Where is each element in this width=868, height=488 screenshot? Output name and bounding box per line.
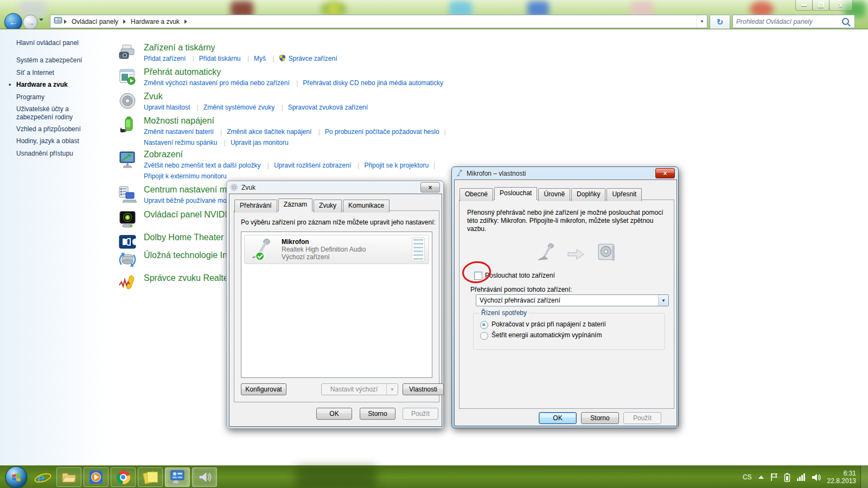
restore-button[interactable]	[812, 0, 829, 11]
address-bar[interactable]: Ovládací panely Hardware a zvuk ▼	[50, 15, 707, 28]
tab-playback[interactable]: Přehrávání	[234, 200, 277, 213]
sound-dialog-titlebar[interactable]: Zvuk	[229, 181, 441, 194]
link-change-battery-settings[interactable]: Změnit nastavení baterií	[144, 128, 214, 136]
sidebar-item-user-accounts[interactable]: Uživatelské účty a zabezpečení rodiny	[16, 105, 100, 121]
link-change-default-media[interactable]: Změnit výchozí nastavení pro média nebo …	[144, 79, 290, 87]
link-change-system-sounds[interactable]: Změnit systémové zvuky	[192, 104, 275, 111]
link-add-device[interactable]: Přidat zařízení	[144, 55, 186, 62]
taskbar-internet-explorer[interactable]: e	[29, 467, 54, 487]
sidebar-item-home[interactable]: Hlavní ovládací panel	[16, 39, 100, 47]
link-device-manager[interactable]: Správce zařízení	[267, 55, 337, 62]
start-button[interactable]	[5, 466, 27, 488]
address-history-dropdown[interactable]: ▼	[697, 15, 707, 28]
link-connect-projector[interactable]: Připojit se k projektoru	[353, 162, 435, 169]
tab-advanced[interactable]: Upřesnit	[607, 188, 642, 201]
show-desktop-button[interactable]	[860, 466, 868, 488]
properties-button[interactable]: Vlastnosti	[403, 383, 444, 395]
set-default-button[interactable]: Nastavit výchozí ▼	[321, 383, 398, 395]
chevron-down-icon[interactable]: ▼	[658, 295, 668, 306]
section-title-devices-printers[interactable]: Zařízení a tiskárny	[144, 42, 632, 53]
refresh-button[interactable]: ↻	[710, 15, 730, 29]
mic-dialog-close-button[interactable]: ×	[655, 168, 675, 178]
network-signal-icon[interactable]	[797, 473, 805, 481]
link-mouse[interactable]: Myš	[242, 55, 266, 62]
set-default-dropdown-icon[interactable]: ▼	[386, 384, 398, 395]
radio-continue-label[interactable]: Pokračovat v práci při napájení z bateri…	[492, 320, 606, 329]
link-connect-external-monitor[interactable]: Připojit k externímu monitoru	[144, 172, 227, 180]
mobility-center-icon[interactable]	[118, 185, 137, 203]
sidebar-item-programs[interactable]: Programy	[16, 93, 100, 101]
mic-ok-button[interactable]: OK	[539, 412, 577, 424]
tab-enhancements[interactable]: Doplňky	[571, 188, 605, 201]
show-hidden-icons-button[interactable]	[758, 476, 764, 479]
power-options-icon[interactable]	[118, 116, 137, 134]
taskbar-media-player[interactable]	[84, 467, 108, 487]
recent-pages-dropdown-icon[interactable]	[39, 18, 43, 21]
device-row-microphone[interactable]: Mikrofon Realtek High Definition Audio V…	[244, 235, 429, 264]
mic-apply-button[interactable]: Použít	[623, 412, 661, 424]
tab-listen[interactable]: Poslouchat	[494, 187, 537, 200]
tab-communications[interactable]: Komunikace	[343, 200, 390, 213]
sound-ok-button[interactable]: OK	[316, 408, 352, 420]
tab-general[interactable]: Obecné	[459, 188, 493, 201]
battery-icon[interactable]	[784, 473, 790, 482]
taskbar-sticky-notes[interactable]	[138, 467, 163, 487]
taskbar-chrome[interactable]	[111, 467, 136, 487]
dolby-icon[interactable]	[118, 233, 137, 251]
mic-dialog-titlebar[interactable]: Mikrofon – vlastnosti	[454, 167, 676, 179]
sound-apply-button[interactable]: Použít	[403, 408, 438, 420]
taskbar-windows-explorer[interactable]	[56, 467, 81, 487]
action-center-flag-icon[interactable]	[770, 473, 777, 481]
link-manage-audio-devices[interactable]: Spravovat zvuková zařízení	[277, 104, 368, 111]
playback-device-combobox[interactable]: Výchozí přehrávací zařízení ▼	[476, 294, 669, 306]
intel-storage-icon[interactable]	[118, 251, 137, 269]
radio-save-energy-label[interactable]: Šetřit energii automatickým vypínáním	[492, 331, 602, 339]
section-title-display[interactable]: Zobrazení	[144, 149, 632, 159]
section-title-autoplay[interactable]: Přehrát automaticky	[144, 67, 632, 77]
sidebar-item-system-security[interactable]: Systém a zabezpečení	[16, 56, 100, 65]
language-indicator[interactable]: CS	[743, 473, 752, 481]
link-adjust-brightness[interactable]: Upravit jas monitoru	[219, 139, 289, 146]
sidebar-item-clock-language[interactable]: Hodiny, jazyk a oblast	[16, 137, 100, 145]
clock[interactable]: 6:31 22.8.2013	[827, 470, 856, 485]
link-adjust-resolution[interactable]: Upravit rozlišení zobrazení	[263, 162, 351, 169]
breadcrumb-hardware-sound[interactable]: Hardware a zvuk	[127, 17, 183, 27]
link-sleep-settings[interactable]: Nastavení režimu spánku	[144, 139, 217, 146]
listen-checkbox-label[interactable]: Poslouchat toto zařízení	[485, 272, 555, 280]
radio-save-energy[interactable]	[480, 332, 488, 340]
breadcrumb-control-panel[interactable]: Ovládací panely	[68, 17, 122, 27]
configure-button[interactable]: Konfigurovat	[241, 383, 286, 395]
link-add-printer[interactable]: Přidat tiskárnu	[188, 55, 241, 62]
close-button[interactable]: ×	[829, 0, 853, 11]
taskbar-sound[interactable]	[192, 467, 217, 487]
realtek-icon[interactable]	[118, 273, 137, 292]
radio-continue-on-battery[interactable]	[480, 321, 488, 329]
volume-icon[interactable]	[812, 473, 821, 481]
link-make-text-larger[interactable]: Zvětšit nebo zmenšit text a další položk…	[144, 162, 260, 169]
link-play-cds-automatically[interactable]: Přehrávat disky CD nebo jiná média autom…	[291, 79, 443, 87]
tab-sounds[interactable]: Zvuky	[314, 200, 342, 213]
link-adjust-volume[interactable]: Upravit hlasitost	[144, 104, 190, 111]
forward-button[interactable]: →	[23, 15, 38, 29]
sidebar-item-network-internet[interactable]: Síť a Internet	[16, 69, 100, 77]
link-power-button-actions[interactable]: Změnit akce tlačítek napájení	[215, 128, 311, 136]
autoplay-icon[interactable]	[118, 67, 137, 86]
sound-cancel-button[interactable]: Storno	[360, 408, 395, 420]
devices-printers-icon[interactable]	[118, 43, 137, 61]
link-require-password-wakeup[interactable]: Po probuzení počítače požadovat heslo	[314, 128, 446, 136]
mic-cancel-button[interactable]: Storno	[581, 412, 619, 424]
section-title-power-options[interactable]: Možnosti napájení	[144, 115, 632, 126]
sound-dialog-close-button[interactable]: ×	[420, 182, 440, 192]
sound-icon[interactable]	[118, 92, 137, 110]
taskbar-control-panel[interactable]	[165, 467, 190, 487]
tab-recording[interactable]: Záznam	[278, 198, 312, 211]
search-input[interactable]	[733, 18, 842, 25]
display-icon[interactable]	[118, 150, 137, 168]
sidebar-item-ease-of-access[interactable]: Usnadnění přístupu	[16, 150, 100, 158]
nvidia-icon[interactable]	[118, 210, 137, 228]
section-title-sound[interactable]: Zvuk	[144, 91, 632, 101]
minimize-button[interactable]	[795, 0, 813, 11]
sidebar-item-appearance[interactable]: Vzhled a přizpůsobení	[16, 125, 100, 133]
back-button[interactable]: ←	[4, 13, 22, 29]
tab-levels[interactable]: Úrovně	[538, 188, 570, 201]
